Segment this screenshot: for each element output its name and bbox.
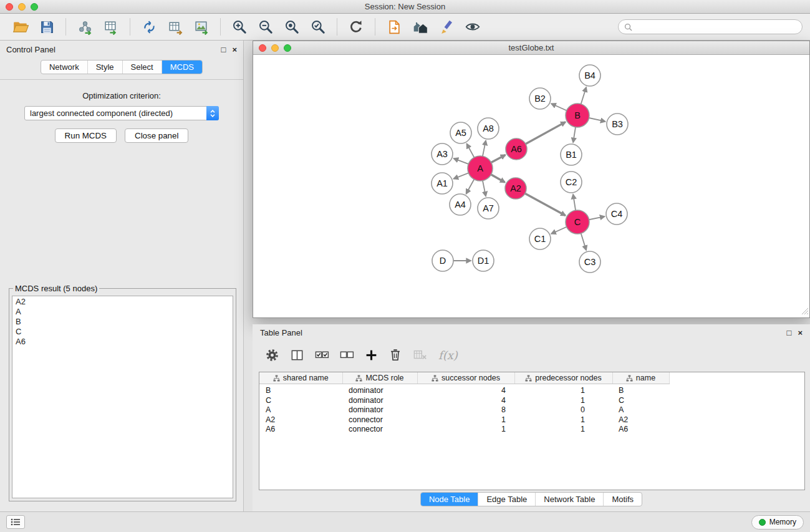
close-panel-icon[interactable]: × [232, 46, 237, 54]
zoom-in-icon [231, 19, 248, 35]
float-panel-icon[interactable]: □ [787, 329, 792, 337]
memory-button[interactable]: Memory [751, 515, 804, 530]
column-header-shared-name[interactable]: shared name [259, 372, 342, 384]
zoom-selected-button[interactable] [305, 16, 331, 37]
table-row[interactable]: A2connector11A2 [259, 415, 669, 425]
tab-select[interactable]: Select [123, 60, 162, 74]
select-all-button[interactable] [315, 348, 329, 362]
graph-node-B[interactable]: B [566, 104, 589, 127]
delete-table-button[interactable] [413, 348, 428, 362]
graph-node-C2[interactable]: C2 [561, 172, 582, 193]
table-cell: A [612, 405, 669, 415]
mcds-result-item[interactable]: A6 [12, 337, 233, 347]
zoom-out-button[interactable] [253, 16, 279, 37]
function-builder-button[interactable]: f(x) [438, 349, 458, 362]
graph-node-D1[interactable]: D1 [473, 250, 494, 271]
column-header-mcds-role[interactable]: MCDS role [342, 372, 417, 384]
mcds-result-item[interactable]: A [12, 307, 233, 317]
tab-node-table[interactable]: Node Table [421, 493, 479, 506]
tab-network[interactable]: Network [41, 60, 88, 74]
float-panel-icon[interactable]: □ [221, 46, 226, 54]
open-document-button[interactable] [381, 16, 407, 37]
column-header-successor-nodes[interactable]: successor nodes [417, 372, 514, 384]
show-details-button[interactable] [460, 16, 486, 37]
resize-grip[interactable] [801, 307, 809, 317]
graph-node-A8[interactable]: A8 [478, 118, 499, 139]
export-table-button[interactable] [162, 16, 188, 37]
graph-node-B3[interactable]: B3 [607, 114, 628, 135]
app-window: Session: New Session [0, 0, 810, 532]
graph-node-B4[interactable]: B4 [579, 65, 600, 86]
graph-node-D[interactable]: D [432, 250, 453, 271]
table-cell: 1 [514, 415, 612, 425]
mcds-result-list[interactable]: A2ABCA6 [12, 296, 233, 498]
graph-node-A4[interactable]: A4 [450, 194, 471, 215]
network-zoom-button[interactable] [284, 44, 291, 52]
open-session-button[interactable] [7, 16, 34, 37]
zoom-window-button[interactable] [31, 3, 38, 11]
close-panel-icon[interactable]: × [798, 329, 803, 337]
graph-node-A1[interactable]: A1 [432, 173, 453, 194]
network-view-window: testGlobe.txt AA1A2A3A4A5A6A7A8BB1B2B3B4… [253, 41, 810, 318]
graph-node-A2[interactable]: A2 [505, 178, 526, 199]
graph-node-C3[interactable]: C3 [579, 251, 600, 273]
minimize-window-button[interactable] [18, 3, 26, 11]
svg-text:C2: C2 [566, 177, 577, 187]
mcds-result-item[interactable]: A2 [12, 297, 233, 307]
annotation-button[interactable] [433, 16, 460, 37]
network-close-button[interactable] [259, 44, 266, 52]
graph-node-A7[interactable]: A7 [478, 198, 499, 219]
main-toolbar [0, 14, 810, 41]
criterion-value: largest connected component (directed) [30, 109, 173, 118]
mcds-result-item[interactable]: B [12, 317, 233, 327]
search-input[interactable] [636, 22, 796, 31]
delete-column-button[interactable] [388, 348, 402, 362]
mcds-result-item[interactable]: C [12, 327, 233, 337]
network-window-titlebar[interactable]: testGlobe.txt [253, 41, 809, 55]
network-graph[interactable]: AA1A2A3A4A5A6A7A8BB1B2B3B4CC1C2C3C4DD1 [253, 55, 809, 317]
import-network-button[interactable] [72, 16, 98, 37]
graph-node-A6[interactable]: A6 [506, 138, 527, 160]
save-session-button[interactable] [34, 16, 60, 37]
zoom-in-button[interactable] [226, 16, 253, 37]
graph-node-A3[interactable]: A3 [432, 143, 453, 165]
column-header-name[interactable]: name [612, 372, 669, 384]
close-window-button[interactable] [6, 3, 13, 11]
graph-node-A[interactable]: A [468, 156, 493, 181]
tab-network-table[interactable]: Network Table [536, 493, 604, 506]
deselect-all-button[interactable] [340, 348, 354, 362]
table-row[interactable]: A6connector11A6 [259, 425, 669, 435]
search-field[interactable] [618, 19, 803, 34]
toolbar-separator [375, 18, 375, 36]
export-image-button[interactable] [188, 16, 215, 37]
graph-node-C1[interactable]: C1 [529, 228, 551, 249]
graph-node-B1[interactable]: B1 [561, 144, 582, 165]
refresh-layout-button[interactable] [343, 16, 369, 37]
graph-node-A5[interactable]: A5 [450, 122, 471, 143]
tab-style[interactable]: Style [88, 60, 123, 74]
graph-node-C[interactable]: C [566, 210, 589, 234]
import-table-button[interactable] [98, 16, 124, 37]
tab-edge-table[interactable]: Edge Table [478, 493, 536, 506]
column-header-predecessor-nodes[interactable]: predecessor nodes [514, 372, 612, 384]
table-row[interactable]: Bdominator41B [259, 384, 669, 396]
network-minimize-button[interactable] [271, 44, 279, 52]
show-columns-button[interactable] [290, 348, 304, 362]
add-column-button[interactable] [365, 349, 378, 362]
tab-mcds[interactable]: MCDS [162, 60, 202, 74]
zoom-fit-button[interactable] [279, 16, 305, 37]
table-row[interactable]: Cdominator41C [259, 396, 669, 406]
task-history-button[interactable] [6, 515, 25, 529]
table-row[interactable]: Adominator80A [259, 405, 669, 415]
home-button[interactable] [407, 16, 433, 37]
run-mcds-button[interactable]: Run MCDS [55, 128, 117, 143]
table-settings-button[interactable] [265, 348, 279, 362]
export-network-button[interactable] [136, 16, 162, 37]
graph-node-C4[interactable]: C4 [606, 203, 627, 225]
close-panel-button[interactable]: Close panel [125, 128, 188, 143]
toolbar-separator [220, 18, 221, 36]
graph-node-B2[interactable]: B2 [529, 88, 551, 109]
criterion-dropdown[interactable]: largest connected component (directed) [24, 106, 219, 120]
network-canvas[interactable]: AA1A2A3A4A5A6A7A8BB1B2B3B4CC1C2C3C4DD1 [253, 55, 809, 317]
tab-motifs[interactable]: Motifs [604, 493, 642, 506]
